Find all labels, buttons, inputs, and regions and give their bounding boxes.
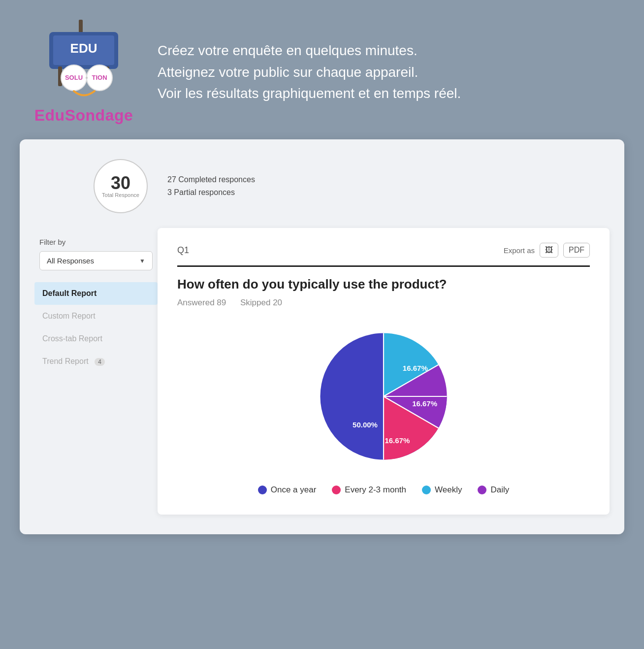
sidebar-item-label: Cross-tab Report [42,334,102,343]
question-title: How often do you typically use the produ… [177,277,590,292]
pie-chart: 50.00% 16.67% 16.67% 16.67% [300,323,467,470]
chart-legend: Once a year Every 2-3 month Weekly Daily [258,485,510,495]
logo-svg: EDU SOLU TION [34,20,133,103]
legend-item-daily: Daily [478,485,509,495]
stats-bar: 30 Total Responce 27 Completed responces… [34,154,610,228]
pie-chart-svg: 50.00% 16.67% 16.67% 16.67% [300,323,467,470]
stats-details: 27 Completed responces 3 Partial responc… [167,175,255,197]
pie-label-every-2-3-month: 16.67% [385,436,410,445]
question-stats: Answered 89 Skipped 20 [177,298,590,308]
svg-text:EDU: EDU [70,41,97,56]
legend-item-every-2-3-month: Every 2-3 month [332,485,406,495]
export-image-button[interactable]: 🖼 [540,243,558,258]
legend-label-every-2-3-month: Every 2-3 month [345,485,406,495]
filter-value: All Responses [47,257,94,265]
chevron-down-icon: ▼ [139,258,145,264]
total-response-circle: 30 Total Responce [94,159,148,213]
total-label: Total Responce [102,192,139,198]
sidebar-item-label: Custom Report [42,312,96,320]
sidebar-item-label: Default Report [42,289,97,297]
filter-label: Filter by [34,238,158,246]
total-number: 30 [111,174,130,192]
question-number: Q1 [177,245,189,256]
legend-item-weekly: Weekly [422,485,462,495]
svg-text:TION: TION [92,74,107,81]
pie-label-daily: 16.67% [412,399,437,408]
logo-suffix: Sondage [65,106,133,124]
legend-label-daily: Daily [490,485,509,495]
header-tagline: Créez votre enquête en quelques minutes.… [158,40,461,104]
sidebar-item-crosstab-report[interactable]: Cross-tab Report [34,327,158,350]
sidebar-item-default-report[interactable]: Default Report [34,282,158,305]
image-icon: 🖼 [545,246,553,254]
logo-area: EDU SOLU TION EduSondage [30,20,138,125]
main-card: 30 Total Responce 27 Completed responces… [20,139,624,534]
sidebar-nav: Default Report Custom Report Cross-tab R… [34,282,158,373]
report-panel: Q1 Export as 🖼 PDF How often do you typi… [158,228,610,515]
partial-stat: 3 Partial responces [167,188,255,197]
svg-text:SOLU: SOLU [65,74,83,81]
sidebar: Filter by All Responses ▼ Default Report… [34,228,158,515]
completed-stat: 27 Completed responces [167,175,255,184]
export-area: Export as 🖼 PDF [504,243,590,258]
content-area: Filter by All Responses ▼ Default Report… [34,228,610,515]
legend-label-once-a-year: Once a year [271,485,317,495]
answered-stat: Answered 89 [177,298,226,307]
export-label: Export as [504,246,535,255]
report-header: Q1 Export as 🖼 PDF [177,243,590,267]
tagline-line1: Créez votre enquête en quelques minutes. [158,40,461,61]
logo-text: EduSondage [34,106,133,125]
sidebar-item-custom-report[interactable]: Custom Report [34,305,158,327]
header: EDU SOLU TION EduSondage Créez votre enq… [0,0,644,134]
legend-dot-daily [478,486,486,494]
pdf-icon: PDF [569,246,584,254]
tagline-line3: Voir les résultats graphiquement et en t… [158,83,461,104]
legend-dot-every-2-3-month [332,486,341,494]
trend-report-badge: 4 [95,358,105,366]
export-pdf-button[interactable]: PDF [563,243,590,258]
pie-label-weekly: 16.67% [403,364,428,372]
sidebar-item-label: Trend Report [42,357,89,365]
legend-label-weekly: Weekly [435,485,462,495]
skipped-stat: Skipped 20 [240,298,282,307]
pie-label-once-a-year: 50.00% [353,421,378,429]
svg-rect-9 [86,77,88,79]
chart-container: 50.00% 16.67% 16.67% 16.67% Once a year [177,323,590,495]
legend-dot-once-a-year [258,486,267,494]
sidebar-item-trend-report[interactable]: Trend Report 4 [34,350,158,373]
logo-prefix: Edu [34,106,65,124]
filter-select[interactable]: All Responses ▼ [39,251,153,270]
legend-item-once-a-year: Once a year [258,485,317,495]
legend-dot-weekly [422,486,431,494]
tagline-line2: Atteignez votre public sur chaque appare… [158,62,461,83]
